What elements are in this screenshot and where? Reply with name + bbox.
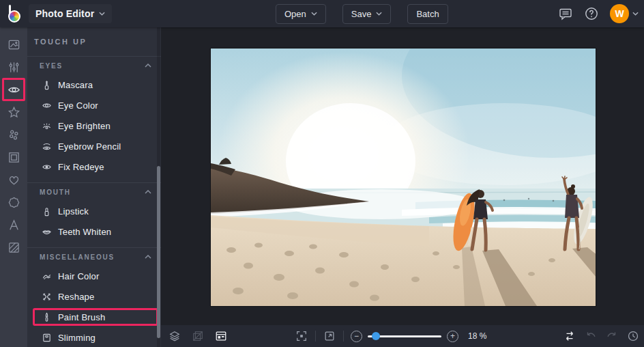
artsy-icon (8, 128, 20, 141)
batch-button[interactable]: Batch (407, 4, 448, 24)
chevron-down-icon (376, 12, 382, 16)
menu-item-fix-redeye[interactable]: Fix Redeye (27, 156, 161, 177)
undo-icon[interactable] (584, 329, 598, 343)
zoom-slider[interactable] (368, 331, 441, 341)
app-menu-label: Photo Editor (35, 8, 94, 19)
menu-item-slimming[interactable]: Slimming (27, 327, 161, 347)
fit-screen-icon[interactable] (295, 329, 308, 343)
mascara-icon (41, 79, 52, 90)
texture-icon (8, 241, 20, 254)
menu-item-label: Paint Brush (58, 312, 105, 322)
history-icon[interactable] (626, 329, 640, 343)
panel-scrollbar-thumb[interactable] (157, 166, 160, 338)
zoom-slider-thumb[interactable] (372, 332, 380, 340)
eye-icon (8, 83, 20, 96)
eye-color-icon (41, 100, 52, 111)
fullscreen-icon[interactable] (323, 329, 336, 343)
menu-item-mascara[interactable]: Mascara (27, 74, 161, 95)
open-button[interactable]: Open (276, 4, 326, 24)
hair-color-icon (41, 270, 52, 281)
panel-scrollbar[interactable] (157, 27, 160, 347)
menu-item-eye-color[interactable]: Eye Color (27, 95, 161, 115)
redo-icon[interactable] (605, 329, 619, 343)
teeth-whiten-icon (41, 226, 52, 237)
menu-item-teeth-whiten[interactable]: Teeth Whiten (27, 221, 161, 242)
sidebar-item-adjust[interactable] (3, 56, 25, 78)
avatar: W (610, 4, 629, 23)
eye-brighten-icon (41, 120, 52, 131)
image-icon (8, 38, 20, 51)
section-mouth-header[interactable]: MOUTH (27, 183, 161, 201)
sidebar-item-artsy[interactable] (3, 124, 25, 145)
account-menu[interactable]: W (610, 4, 639, 23)
bottombar-center: − + 18 % (295, 325, 486, 347)
sidebar-item-touchup[interactable] (3, 79, 25, 100)
sidebar-item-graphics[interactable] (3, 169, 25, 191)
photo-beach-surfers[interactable] (211, 48, 596, 306)
chevron-up-icon[interactable] (145, 190, 151, 194)
save-button[interactable]: Save (342, 4, 392, 24)
menu-item-label: Lipstick (58, 206, 89, 217)
menu-item-label: Reshape (58, 292, 94, 302)
menu-item-lipstick[interactable]: Lipstick (27, 201, 161, 221)
sidebar-item-overlays[interactable] (3, 191, 25, 213)
zoom-controls: − + 18 % (351, 331, 486, 342)
menu-item-label: Eyebrow Pencil (58, 141, 121, 152)
bottom-toolbar: − + 18 % (161, 325, 644, 347)
section-eyes-header[interactable]: EYES (27, 57, 161, 74)
chevron-up-icon[interactable] (145, 64, 151, 68)
section-miscellaneous: MISCELLANEOUS Hair Color (27, 247, 161, 347)
zoom-out-button[interactable]: − (351, 331, 362, 342)
menu-item-label: Slimming (58, 333, 96, 343)
frames-icon (8, 151, 20, 164)
touchup-panel: TOUCH UP EYES Mascara (27, 27, 161, 347)
topbar-actions: Open Save Batch (276, 0, 448, 27)
lipstick-icon (41, 206, 52, 217)
bottombar-left (168, 325, 228, 347)
text-icon (8, 219, 20, 232)
sidebar-item-text[interactable] (3, 214, 25, 236)
transform-icon[interactable] (191, 329, 205, 343)
sidebar-item-effects[interactable] (3, 101, 25, 123)
menu-item-paint-brush[interactable]: Paint Brush (27, 307, 161, 327)
menu-item-eyebrow-pencil[interactable]: Eyebrow Pencil (27, 136, 161, 156)
slimming-icon (41, 332, 52, 343)
section-label: MOUTH (40, 189, 71, 196)
sidebar-item-edit[interactable] (3, 33, 25, 55)
chevron-up-icon[interactable] (145, 255, 151, 259)
fix-redeye-icon (41, 161, 52, 172)
menu-item-eye-brighten[interactable]: Eye Brighten (27, 115, 161, 136)
chevron-down-icon (99, 12, 105, 16)
feedback-chat-icon[interactable] (558, 6, 573, 21)
menu-item-label: Fix Redeye (58, 162, 104, 172)
badge-icon (8, 196, 20, 209)
brand: Photo Editor (0, 0, 119, 27)
menu-item-label: Hair Color (58, 271, 100, 281)
editor-canvas[interactable] (161, 27, 644, 325)
panel-manager-icon[interactable] (214, 329, 228, 343)
menu-item-reshape[interactable]: Reshape (27, 286, 161, 307)
tool-sidebar (0, 27, 27, 347)
section-mouth: MOUTH Lipstick (27, 182, 161, 247)
layers-icon[interactable] (168, 329, 181, 343)
topbar-right: W (558, 0, 639, 27)
heart-icon (8, 174, 20, 186)
adjust-icon (8, 61, 20, 74)
befunky-logo-icon[interactable] (7, 5, 23, 23)
zoom-in-button[interactable]: + (447, 331, 458, 342)
section-miscellaneous-header[interactable]: MISCELLANEOUS (27, 248, 161, 266)
menu-item-hair-color[interactable]: Hair Color (27, 266, 161, 286)
menu-item-label: Eye Brighten (58, 121, 111, 131)
sidebar-item-textures[interactable] (3, 236, 25, 258)
help-icon[interactable] (584, 6, 599, 21)
eyebrow-pencil-icon (41, 141, 52, 152)
menu-item-label: Mascara (58, 80, 93, 90)
section-eyes: EYES Mascara (27, 56, 161, 182)
app-menu-button[interactable]: Photo Editor (29, 4, 112, 23)
section-label: MISCELLANEOUS (40, 253, 115, 261)
top-bar: Photo Editor Open Save Batch (0, 0, 644, 27)
compare-icon[interactable] (563, 329, 576, 343)
paint-brush-icon (41, 311, 52, 322)
sidebar-item-frames[interactable] (3, 146, 25, 168)
batch-button-label: Batch (416, 9, 439, 19)
